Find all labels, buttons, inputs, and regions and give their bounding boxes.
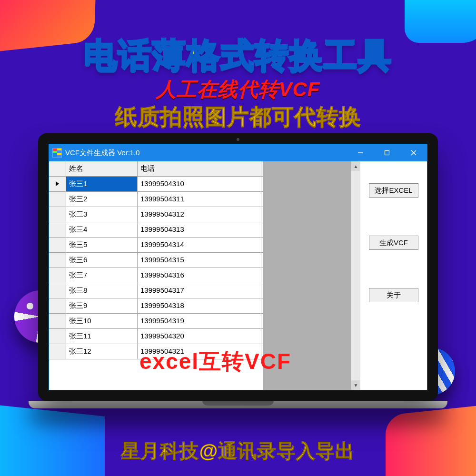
grid-header: 姓名 电话: [49, 161, 263, 177]
close-button[interactable]: [400, 144, 427, 161]
window-titlebar[interactable]: VCF文件生成器 Ver:1.0: [49, 144, 427, 161]
app-icon: [53, 149, 61, 157]
table-row[interactable]: 张三1013999504319: [49, 314, 263, 329]
table-row[interactable]: 张三113999504310: [49, 177, 263, 192]
cell-phone[interactable]: 13999504319: [138, 314, 261, 328]
cell-name[interactable]: 张三1: [66, 177, 138, 191]
footer-text: 星月科技@通讯录导入导出: [0, 438, 476, 464]
select-excel-button[interactable]: 选择EXCEL: [369, 183, 418, 198]
row-header[interactable]: [49, 253, 66, 268]
column-header-name[interactable]: 姓名: [66, 161, 138, 176]
cell-phone[interactable]: 13999504310: [138, 177, 261, 191]
row-header[interactable]: [49, 329, 66, 344]
cell-phone[interactable]: 13999504318: [138, 298, 261, 313]
table-row[interactable]: 张三513999504314: [49, 238, 263, 253]
cell-name[interactable]: 张三7: [66, 268, 138, 283]
scroll-down-icon[interactable]: ▼: [351, 380, 360, 390]
row-header[interactable]: [49, 298, 66, 313]
table-row[interactable]: 张三713999504316: [49, 268, 263, 283]
cell-phone[interactable]: 13999504317: [138, 283, 261, 298]
cell-name[interactable]: 张三4: [66, 222, 138, 237]
current-row-icon: [56, 181, 59, 186]
laptop-frame: VCF文件生成器 Ver:1.0 姓名 电话 张三113999504310张三2…: [38, 133, 438, 408]
maximize-button[interactable]: [374, 144, 400, 161]
headline-sub2: 纸质拍照图片都可代转换: [0, 102, 476, 132]
scroll-up-icon[interactable]: ▲: [351, 161, 360, 171]
table-row[interactable]: 张三213999504311: [49, 192, 263, 207]
row-header[interactable]: [49, 283, 66, 298]
cell-phone[interactable]: 13999504315: [138, 253, 261, 268]
table-row[interactable]: 张三813999504317: [49, 283, 263, 298]
button-panel: 选择EXCEL 生成VCF 关于: [360, 161, 427, 390]
vertical-scrollbar[interactable]: ▲ ▼: [351, 161, 360, 390]
cell-phone[interactable]: 13999504316: [138, 268, 261, 283]
cell-name[interactable]: 张三10: [66, 314, 138, 328]
row-header[interactable]: [49, 268, 66, 283]
row-header[interactable]: [49, 192, 66, 207]
cell-name[interactable]: 张三11: [66, 329, 138, 344]
overlay-watermark: excel互转VCF: [139, 347, 291, 377]
cell-phone[interactable]: 13999504320: [138, 329, 261, 344]
cell-phone[interactable]: 13999504313: [138, 222, 261, 237]
headline-sub1: 人工在线代转VCF: [0, 76, 476, 103]
cell-name[interactable]: 张三6: [66, 253, 138, 268]
cell-name[interactable]: 张三9: [66, 298, 138, 313]
cell-phone[interactable]: 13999504312: [138, 207, 261, 222]
table-row[interactable]: 张三613999504315: [49, 253, 263, 268]
row-header[interactable]: [49, 207, 66, 222]
cell-phone[interactable]: 13999504314: [138, 238, 261, 252]
column-header-phone[interactable]: 电话: [138, 161, 261, 176]
cell-name[interactable]: 张三8: [66, 283, 138, 298]
about-button[interactable]: 关于: [369, 288, 418, 302]
row-header[interactable]: [49, 344, 66, 359]
app-window: VCF文件生成器 Ver:1.0 姓名 电话 张三113999504310张三2…: [49, 144, 427, 390]
table-row[interactable]: 张三313999504312: [49, 207, 263, 222]
row-header[interactable]: [49, 222, 66, 237]
row-header[interactable]: [49, 314, 66, 328]
row-header[interactable]: [49, 238, 66, 252]
cell-name[interactable]: 张三12: [66, 344, 138, 359]
generate-vcf-button[interactable]: 生成VCF: [369, 236, 418, 250]
cell-name[interactable]: 张三2: [66, 192, 138, 207]
camera-dot-icon: [237, 138, 239, 141]
minimize-button[interactable]: [347, 144, 374, 161]
table-row[interactable]: 张三913999504318: [49, 298, 263, 314]
headline-main: 电话薄格式转换工具: [0, 33, 476, 78]
svg-rect-1: [385, 151, 389, 155]
cell-name[interactable]: 张三5: [66, 238, 138, 252]
cell-name[interactable]: 张三3: [66, 207, 138, 222]
cell-phone[interactable]: 13999504311: [138, 192, 261, 207]
row-header[interactable]: [49, 177, 66, 191]
window-title: VCF文件生成器 Ver:1.0: [65, 149, 140, 158]
table-row[interactable]: 张三1113999504320: [49, 329, 263, 344]
table-row[interactable]: 张三413999504313: [49, 222, 263, 238]
